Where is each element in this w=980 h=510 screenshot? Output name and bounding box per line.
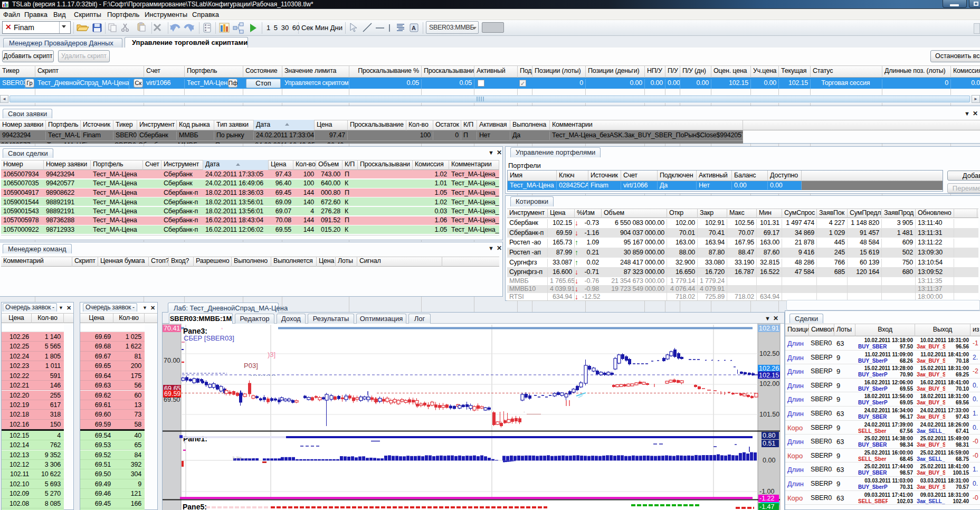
svg-text:Р03]: Р03] — [244, 362, 258, 370]
svg-text:-1.00: -1.00 — [759, 488, 775, 495]
svg-text:-1.22: -1.22 — [759, 495, 775, 502]
svg-text:ⁿ: ⁿ — [221, 326, 223, 332]
svg-text:A: A — [412, 25, 416, 31]
svg-text:69.50: 69.50 — [164, 396, 180, 403]
svg-text:СБЕР [SBER03]: СБЕР [SBER03] — [184, 334, 234, 342]
svg-text:70.41: 70.41 — [164, 325, 180, 332]
svg-text:Pane5:: Pane5: — [183, 503, 207, 510]
svg-text:·: · — [184, 440, 185, 446]
svg-text:101.50: 101.50 — [759, 411, 779, 418]
svg-text:0.00: 0.00 — [763, 457, 775, 464]
svg-text:102.50: 102.50 — [759, 350, 779, 357]
svg-text:·: · — [524, 410, 525, 414]
svg-text:0.51: 0.51 — [763, 440, 775, 447]
svg-text:102.91: 102.91 — [759, 325, 779, 332]
svg-text:3,7%—..—: 3,7%—..— — [232, 456, 253, 460]
svg-text:-1.47: -1.47 — [759, 503, 775, 510]
svg-text:70.00: 70.00 — [164, 357, 180, 364]
svg-text:)3]: )3] — [268, 351, 275, 358]
svg-text:102.15: 102.15 — [759, 372, 779, 379]
svg-text:102.00: 102.00 — [759, 380, 779, 388]
svg-text:Pane1:: Pane1: — [183, 435, 207, 443]
svg-text:0.80: 0.80 — [763, 432, 775, 439]
